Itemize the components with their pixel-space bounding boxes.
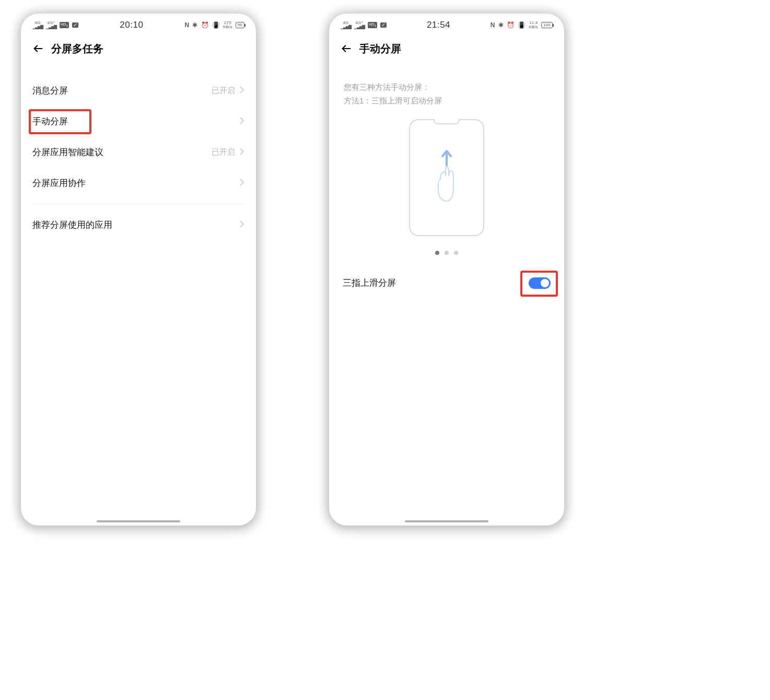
carousel-dot-3[interactable] — [454, 251, 458, 255]
vibrate-icon: 📳 — [212, 22, 220, 28]
carousel-dot-1[interactable] — [435, 251, 439, 255]
signal-1: 4G ▁▃▅▇ — [341, 21, 351, 29]
battery-level: 96 — [238, 23, 242, 27]
phone-left: 4G ▁▃▅▇ 4G⁺ ▁▃▅▇ HD1 ✓ 20:10 N ✱ ⏰ 📳 275… — [21, 14, 256, 526]
section-divider — [32, 204, 244, 204]
hd-badge-icon: HD1 — [368, 22, 377, 28]
header: 分屏多任务 — [21, 37, 256, 66]
hint-line-1: 您有三种方法手动分屏： — [344, 80, 550, 94]
mini-phone-outline-icon — [409, 119, 484, 236]
row-status: 已开启 — [212, 147, 235, 157]
chevron-right-icon — [239, 220, 244, 229]
row-label: 分屏应用协作 — [32, 177, 86, 189]
hint-line-2: 方法1：三指上滑可启动分屏 — [344, 94, 550, 108]
status-right: N ✱ ⏰ 📳 11.4 KB/s 100 — [491, 21, 553, 29]
status-right: N ✱ ⏰ 📳 275 KB/s 96 — [185, 21, 245, 29]
page-title: 手动分屏 — [359, 42, 401, 56]
chevron-right-icon — [239, 179, 244, 188]
hd-badge-icon: HD1 — [60, 22, 69, 28]
hint-text: 您有三种方法手动分屏： 方法1：三指上滑可启动分屏 — [329, 66, 564, 108]
row-label: 推荐分屏使用的应用 — [32, 219, 112, 231]
chevron-right-icon — [239, 86, 244, 95]
net-speed: 275 KB/s — [223, 21, 232, 29]
gesture-illustration[interactable] — [329, 108, 564, 264]
back-button[interactable] — [339, 41, 354, 56]
toggle-knob-icon — [541, 279, 549, 287]
row-label: 三指上滑分屏 — [343, 277, 396, 289]
row-label: 消息分屏 — [32, 85, 68, 97]
row-message-split[interactable]: 消息分屏 已开启 — [21, 75, 256, 106]
row-three-finger-swipe-up[interactable]: 三指上滑分屏 — [329, 264, 564, 301]
status-bar: 4G ▁▃▅▇ 4G⁺ ▁▃▅▇ HD1 ✓ 21:54 N ✱ ⏰ 📳 11.… — [329, 14, 564, 37]
arrow-left-icon — [32, 43, 44, 54]
signal-1-bars-icon: ▁▃▅▇ — [341, 25, 351, 29]
status-clock: 20:10 — [120, 20, 143, 30]
row-label: 手动分屏 — [32, 115, 68, 127]
row-recommended-apps[interactable]: 推荐分屏使用的应用 — [21, 209, 256, 240]
nfc-icon: N — [491, 22, 495, 28]
status-left: 4G ▁▃▅▇ 4G⁺ ▁▃▅▇ HD1 ✓ — [341, 21, 387, 29]
battery-icon: 96 — [236, 22, 244, 28]
signal-2: 4G⁺ ▁▃▅▇ — [354, 21, 365, 29]
carousel-dot-2[interactable] — [445, 251, 449, 255]
row-manual-split[interactable]: 手动分屏 — [21, 106, 256, 137]
toggle-switch[interactable] — [529, 277, 551, 289]
page-title: 分屏多任务 — [51, 42, 103, 56]
settings-list: 消息分屏 已开启 手动分屏 分屏应用智能建议 已开启 — [21, 75, 256, 240]
row-app-collab[interactable]: 分屏应用协作 — [21, 168, 256, 199]
header: 手动分屏 — [329, 37, 564, 66]
row-label: 分屏应用智能建议 — [32, 146, 103, 158]
check-icon: ✓ — [72, 22, 78, 28]
battery-icon: 100 — [541, 22, 553, 28]
bluetooth-icon: ✱ — [192, 22, 197, 28]
signal-2-bars-icon: ▁▃▅▇ — [354, 25, 365, 29]
signal-1-bars-icon: ▁▃▅▇ — [32, 25, 43, 29]
signal-2: 4G⁺ ▁▃▅▇ — [46, 21, 56, 29]
check-icon: ✓ — [380, 22, 387, 28]
arrow-left-icon — [341, 43, 352, 54]
mini-phone-notch-icon — [434, 119, 460, 124]
back-button[interactable] — [30, 41, 46, 56]
row-smart-suggestion[interactable]: 分屏应用智能建议 已开启 — [21, 137, 256, 168]
chevron-right-icon — [239, 148, 244, 157]
battery-level: 100 — [543, 23, 551, 27]
home-indicator[interactable] — [405, 520, 488, 522]
signal-1: 4G ▁▃▅▇ — [32, 21, 43, 29]
alarm-icon: ⏰ — [507, 22, 515, 28]
three-finger-swipe-up-icon — [431, 149, 462, 206]
carousel-dots[interactable] — [435, 251, 458, 255]
vibrate-icon: 📳 — [518, 22, 526, 28]
signal-2-bars-icon: ▁▃▅▇ — [46, 25, 56, 29]
net-speed-unit: KB/s — [529, 25, 538, 29]
net-speed-unit: KB/s — [223, 25, 232, 29]
bluetooth-icon: ✱ — [498, 22, 504, 28]
alarm-icon: ⏰ — [201, 22, 209, 28]
status-clock: 21:54 — [427, 20, 450, 30]
net-speed: 11.4 KB/s — [529, 21, 538, 29]
row-status: 已开启 — [212, 86, 235, 96]
phone-right: 4G ▁▃▅▇ 4G⁺ ▁▃▅▇ HD1 ✓ 21:54 N ✱ ⏰ 📳 11.… — [329, 14, 564, 526]
status-left: 4G ▁▃▅▇ 4G⁺ ▁▃▅▇ HD1 ✓ — [32, 21, 78, 29]
status-bar: 4G ▁▃▅▇ 4G⁺ ▁▃▅▇ HD1 ✓ 20:10 N ✱ ⏰ 📳 275… — [21, 14, 256, 37]
home-indicator[interactable] — [97, 520, 180, 522]
nfc-icon: N — [185, 22, 190, 28]
chevron-right-icon — [239, 117, 244, 126]
